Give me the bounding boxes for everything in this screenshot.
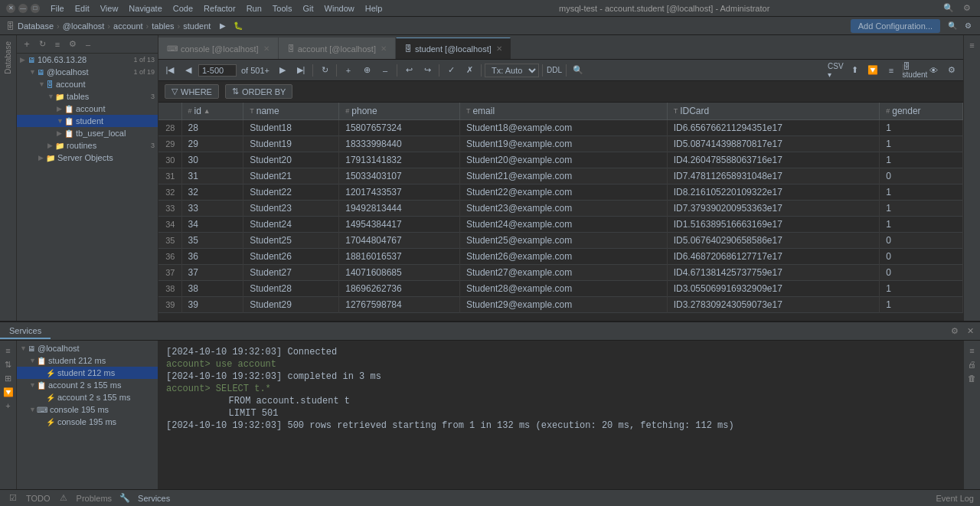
services-tab[interactable]: Services: [0, 324, 51, 339]
console-tab-close[interactable]: ✕: [263, 44, 270, 53]
where-button[interactable]: ▽ WHERE: [165, 84, 219, 99]
export-button[interactable]: CSV ▾: [828, 62, 844, 79]
rollback-button[interactable]: ✗: [461, 62, 478, 79]
breadcrumb-tables[interactable]: tables: [152, 21, 174, 31]
last-page-button[interactable]: ▶|: [292, 62, 309, 79]
view-mode-button[interactable]: 👁: [925, 62, 942, 79]
add-db-icon[interactable]: +: [20, 38, 34, 51]
bottom-tree-console[interactable]: ▼ ⌨ console 195 ms: [17, 403, 158, 416]
table-row[interactable]: 35 35 Student25 17044804767 Student25@ex…: [158, 233, 963, 249]
tab-console[interactable]: ⌨ console [@localhost] ✕: [158, 38, 278, 59]
sidebar-item-tables[interactable]: ▼ 📁 tables 3: [17, 90, 158, 103]
order-by-button[interactable]: ⇅ ORDER BY: [225, 84, 292, 99]
table-row[interactable]: 29 29 Student19 18333998440 Student19@ex…: [158, 136, 963, 152]
delete-row-button[interactable]: –: [377, 62, 394, 79]
settings-icon[interactable]: ⚙: [960, 2, 974, 15]
col-phone[interactable]: # phone: [339, 103, 460, 120]
transform-button[interactable]: ≡: [883, 62, 900, 79]
sidebar-item-tb-user-local[interactable]: ▶ 📋 tb_user_local: [17, 127, 158, 139]
collapse-db-icon[interactable]: ≡: [51, 38, 64, 51]
bottom-left-icon4[interactable]: 🔽: [2, 385, 15, 399]
clone-row-button[interactable]: ⊕: [358, 62, 375, 79]
student-tab-close[interactable]: ✕: [496, 44, 502, 53]
menu-refactor[interactable]: Refactor: [199, 2, 240, 15]
search-data-button[interactable]: 🔍: [570, 62, 586, 79]
undo-button[interactable]: ↩: [400, 62, 417, 79]
first-page-button[interactable]: |◀: [162, 62, 178, 79]
sidebar-item-account-table[interactable]: ▶ 📋 account: [17, 103, 158, 115]
bottom-tree-console-query[interactable]: ⚡ console 195 ms: [17, 416, 158, 428]
menu-edit[interactable]: Edit: [70, 2, 94, 15]
add-row-button[interactable]: +: [340, 62, 357, 79]
bottom-right-icon3[interactable]: 🗑: [965, 371, 979, 385]
bottom-right-icon1[interactable]: ≡: [965, 344, 979, 357]
schema-select[interactable]: 🗄 student: [906, 62, 923, 79]
debug-icon[interactable]: 🐛: [232, 20, 244, 32]
table-row[interactable]: 36 36 Student26 18816016537 Student26@ex…: [158, 249, 963, 265]
menu-help[interactable]: Help: [361, 2, 387, 15]
breadcrumb-database[interactable]: Database: [18, 21, 54, 31]
next-page-button[interactable]: ▶: [274, 62, 291, 79]
sidebar-item-server1[interactable]: ▶ 🖥 106.63.13.28 1 of 13: [17, 54, 158, 66]
data-table-container[interactable]: # id ▲ T name: [158, 103, 963, 321]
todo-label[interactable]: TODO: [26, 494, 51, 503]
bottom-tree-localhost[interactable]: ▼ 🖥 @localhost: [17, 342, 158, 354]
menu-tools[interactable]: Tools: [268, 2, 297, 15]
upload-button[interactable]: ⬆: [846, 62, 863, 79]
table-row[interactable]: 37 37 Student27 14071608685 Student27@ex…: [158, 265, 963, 281]
services-label[interactable]: Services: [138, 494, 170, 503]
menu-run[interactable]: Run: [242, 2, 266, 15]
col-gender[interactable]: # gender: [880, 103, 963, 120]
close-button[interactable]: ✕: [6, 4, 15, 13]
right-strip-icon1[interactable]: ≡: [965, 38, 979, 52]
bottom-tree-account[interactable]: ▼ 📋 account 2 s 155 ms: [17, 379, 158, 391]
commit-button[interactable]: ✓: [443, 62, 459, 79]
sidebar-item-routines[interactable]: ▶ 📁 routines 3: [17, 139, 158, 152]
ddl-button[interactable]: DDL: [546, 62, 563, 79]
sidebar-item-server-objects[interactable]: ▶ 📁 Server Objects: [17, 152, 158, 164]
bottom-tree-student[interactable]: ▼ 📋 student 212 ms: [17, 354, 158, 367]
filter-db-icon[interactable]: –: [81, 38, 95, 51]
page-range-input[interactable]: [198, 64, 237, 77]
tab-account[interactable]: 🗄 account [@localhost] ✕: [279, 38, 395, 59]
run-icon[interactable]: ▶: [217, 20, 229, 32]
problems-label[interactable]: Problems: [77, 494, 112, 503]
maximize-button[interactable]: □: [31, 4, 40, 13]
col-email[interactable]: T email: [459, 103, 667, 120]
table-row[interactable]: 39 39 Student29 12767598784 Student29@ex…: [158, 297, 963, 313]
menu-navigate[interactable]: Navigate: [124, 2, 166, 15]
sidebar-item-student[interactable]: ▼ 📋 student: [17, 115, 158, 127]
database-tab[interactable]: Database: [2, 35, 14, 80]
menu-window[interactable]: Window: [320, 2, 359, 15]
table-row[interactable]: 31 31 Student21 15033403107 Student21@ex…: [158, 168, 963, 184]
search-icon[interactable]: 🔍: [942, 2, 956, 15]
table-row[interactable]: 30 30 Student20 17913141832 Student20@ex…: [158, 152, 963, 168]
menu-file[interactable]: File: [46, 2, 69, 15]
search-global-icon[interactable]: 🔍: [946, 20, 959, 32]
services-status-icon[interactable]: 🔧: [118, 491, 132, 505]
tx-select[interactable]: Tx: Auto: [485, 64, 539, 77]
breadcrumb-schema[interactable]: account: [113, 21, 143, 31]
minimize-button[interactable]: —: [18, 4, 28, 13]
bottom-close-icon[interactable]: ✕: [963, 325, 977, 338]
tab-student[interactable]: 🗄 student [@localhost] ✕: [396, 38, 511, 59]
table-row[interactable]: 34 34 Student24 14954384417 Student24@ex…: [158, 217, 963, 233]
event-log-label[interactable]: Event Log: [936, 494, 974, 503]
table-row[interactable]: 28 28 Student18 15807657324 Student18@ex…: [158, 120, 963, 136]
bottom-settings-icon[interactable]: ⚙: [948, 325, 962, 338]
table-row[interactable]: 32 32 Student22 12017433537 Student22@ex…: [158, 184, 963, 201]
prev-page-button[interactable]: ◀: [180, 62, 197, 79]
sidebar-item-localhost[interactable]: ▼ 🖥 @localhost 1 of 19: [17, 66, 158, 78]
table-row[interactable]: 38 38 Student28 18696262736 Student28@ex…: [158, 281, 963, 297]
col-name[interactable]: T name: [243, 103, 339, 120]
column-settings-button[interactable]: ⚙: [943, 62, 960, 79]
breadcrumb-host[interactable]: @localhost: [63, 21, 105, 31]
refresh-db-icon[interactable]: ↻: [35, 38, 49, 51]
account-tab-close[interactable]: ✕: [381, 44, 387, 53]
col-idcard[interactable]: T IDCard: [667, 103, 880, 120]
settings-global-icon[interactable]: ⚙: [962, 20, 974, 32]
redo-button[interactable]: ↪: [419, 62, 436, 79]
bottom-right-icon2[interactable]: 🖨: [965, 357, 979, 371]
col-id[interactable]: # id ▲: [181, 103, 243, 120]
bottom-left-icon5[interactable]: +: [2, 399, 15, 413]
